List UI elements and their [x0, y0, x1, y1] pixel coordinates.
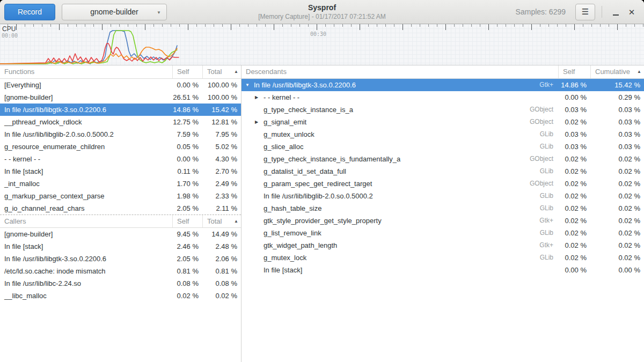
close-icon: ✕ — [628, 8, 635, 16]
function-row[interactable]: g_markup_parse_context_parse 1.98 % 2.33… — [0, 190, 241, 202]
tree-expander-icon[interactable]: ▼ — [245, 79, 254, 91]
descendant-cumulative-percent: 0.03 % — [590, 141, 644, 153]
descendant-name: g_hash_table_size — [264, 202, 321, 215]
descendant-row[interactable]: g_list_remove_link GLib 0.02 % 0.02 % — [241, 227, 644, 239]
cpu-timeline-graph[interactable]: CPU 00:00 00:30 — [0, 24, 644, 65]
descendant-name: In file /usr/lib/libgtk-3.so.0.2200.6 — [254, 79, 356, 91]
descendant-row[interactable]: In file /usr/lib/libglib-2.0.so.0.5000.2… — [241, 190, 644, 202]
library-tag: GLib — [537, 141, 558, 153]
descendant-self-percent: 0.02 % — [558, 190, 590, 202]
descendants-cumulative-column-header[interactable]: Cumulative ▲ — [590, 65, 644, 78]
descendant-cumulative-percent: 0.02 % — [590, 202, 644, 215]
caller-row[interactable]: In file /usr/lib/libc-2.24.so 0.08 % 0.0… — [0, 277, 241, 290]
library-tag: GLib — [537, 165, 558, 178]
library-tag: GLib — [537, 227, 558, 239]
function-row[interactable]: _int_malloc 1.70 % 2.49 % — [0, 178, 241, 190]
descendant-self-percent: 14.86 % — [558, 79, 590, 91]
tree-expander-icon[interactable]: ▶ — [255, 116, 264, 128]
functions-self-column-header[interactable]: Self — [172, 65, 202, 78]
descendants-column-header[interactable]: Descendants — [241, 65, 558, 78]
record-button[interactable]: Record — [4, 4, 55, 20]
library-tag: Gtk+ — [536, 79, 558, 91]
caller-total-percent: 0.08 % — [202, 277, 241, 290]
function-row[interactable]: [gnome-builder] 26.51 % 100.00 % — [0, 91, 241, 104]
function-row[interactable]: In file /usr/lib/libgtk-3.so.0.2200.6 14… — [0, 104, 241, 116]
function-row[interactable]: In file [stack] 0.11 % 2.70 % — [0, 165, 241, 178]
callers-self-column-header[interactable]: Self — [172, 215, 202, 227]
library-tag: GObject — [526, 153, 558, 165]
descendant-cumulative-percent: 0.03 % — [590, 116, 644, 128]
descendant-row[interactable]: g_slice_alloc GLib 0.03 % 0.03 % — [241, 141, 644, 153]
descendant-name: gtk_widget_path_length — [264, 239, 337, 252]
descendant-self-percent: 0.02 % — [558, 153, 590, 165]
function-total-percent: 5.02 % — [202, 141, 241, 153]
function-self-percent: 1.70 % — [172, 178, 202, 190]
descendant-row[interactable]: g_type_check_instance_is_fundamentally_a… — [241, 153, 644, 165]
caller-row[interactable]: In file [stack] 2.46 % 2.48 % — [0, 240, 241, 253]
function-row[interactable]: [Everything] 0.00 % 100.00 % — [0, 79, 241, 91]
menu-button[interactable]: ☰ — [575, 4, 595, 20]
functions-column-header[interactable]: Functions — [0, 65, 172, 78]
functions-table-header: Functions Self Total ▲ — [0, 65, 241, 79]
descendant-row[interactable]: g_mutex_unlock GLib 0.03 % 0.03 % — [241, 128, 644, 141]
samples-count: Samples: 6299 — [516, 8, 566, 16]
caller-row[interactable]: [gnome-builder] 9.45 % 14.49 % — [0, 228, 241, 240]
titlebar-separator — [602, 6, 602, 18]
caller-row[interactable]: /etc/ld.so.cache: inode mismatch 0.81 % … — [0, 265, 241, 277]
descendant-row[interactable]: ▼ In file /usr/lib/libgtk-3.so.0.2200.6 … — [241, 79, 644, 91]
descendant-row[interactable]: ▶ g_signal_emit GObject 0.02 % 0.03 % — [241, 116, 644, 128]
descendant-row[interactable]: gtk_style_provider_get_style_property Gt… — [241, 215, 644, 227]
caller-total-percent: 0.02 % — [202, 290, 241, 302]
descendant-row[interactable]: g_type_check_instance_is_a GObject 0.03 … — [241, 104, 644, 116]
function-row[interactable]: In file /usr/lib/libglib-2.0.so.0.5000.2… — [0, 128, 241, 141]
function-total-percent: 4.30 % — [202, 153, 241, 165]
function-self-percent: 2.05 % — [172, 202, 202, 215]
callers-table-header: Callers Self Total ▲ — [0, 215, 241, 228]
caller-self-percent: 0.08 % — [172, 277, 202, 290]
descendant-row[interactable]: g_hash_table_size GLib 0.02 % 0.02 % — [241, 202, 644, 215]
function-name: _int_malloc — [4, 178, 40, 190]
caller-total-percent: 2.48 % — [202, 240, 241, 253]
chevron-down-icon: ▼ — [157, 10, 161, 15]
callers-total-column-header[interactable]: Total ▲ — [202, 215, 241, 227]
caller-row[interactable]: __libc_malloc 0.02 % 0.02 % — [0, 290, 241, 302]
descendants-self-column-header[interactable]: Self — [558, 65, 590, 78]
descendant-row[interactable]: In file [stack] 0.00 % 0.00 % — [241, 264, 644, 276]
descendant-row[interactable]: ▶ - - kernel - - 0.00 % 0.29 % — [241, 91, 644, 104]
tree-expander-icon[interactable]: ▶ — [255, 91, 264, 104]
descendant-self-percent: 0.00 % — [558, 91, 590, 104]
minimize-button[interactable] — [608, 4, 624, 20]
function-row[interactable]: g_resource_enumerate_children 0.05 % 5.0… — [0, 141, 241, 153]
caller-row[interactable]: In file /usr/lib/libgtk-3.so.0.2200.6 2.… — [0, 253, 241, 265]
function-row[interactable]: g_io_channel_read_chars 2.05 % 2.11 % — [0, 202, 241, 215]
descendant-self-percent: 0.02 % — [558, 165, 590, 178]
caller-name: /etc/ld.so.cache: inode mismatch — [4, 265, 106, 277]
descendant-name: In file /usr/lib/libglib-2.0.so.0.5000.2 — [264, 190, 373, 202]
descendant-cumulative-percent: 0.02 % — [590, 239, 644, 252]
callers-column-header[interactable]: Callers — [0, 215, 172, 227]
descendant-row[interactable]: gtk_widget_path_length Gtk+ 0.02 % 0.02 … — [241, 239, 644, 252]
caller-self-percent: 2.46 % — [172, 240, 202, 253]
function-total-percent: 15.42 % — [202, 104, 241, 116]
timeline-mid-time: 00:30 — [310, 31, 326, 37]
descendant-cumulative-percent: 0.02 % — [590, 153, 644, 165]
descendant-row[interactable]: g_datalist_id_set_data_full GLib 0.02 % … — [241, 165, 644, 178]
descendant-cumulative-percent: 0.03 % — [590, 128, 644, 141]
library-tag: Gtk+ — [536, 239, 558, 252]
caller-total-percent: 14.49 % — [202, 228, 241, 240]
descendant-row[interactable]: g_mutex_lock GLib 0.02 % 0.02 % — [241, 252, 644, 264]
descendant-row[interactable]: g_param_spec_get_redirect_target GObject… — [241, 178, 644, 190]
descendants-table: ▼ In file /usr/lib/libgtk-3.so.0.2200.6 … — [241, 79, 644, 276]
function-self-percent: 0.00 % — [172, 79, 202, 91]
function-name: __pthread_rwlock_rdlock — [4, 116, 82, 128]
descendant-cumulative-percent: 0.03 % — [590, 104, 644, 116]
caller-self-percent: 0.81 % — [172, 265, 202, 277]
functions-total-column-header[interactable]: Total ▲ — [202, 65, 241, 78]
descendant-cumulative-percent: 0.02 % — [590, 190, 644, 202]
function-row[interactable]: __pthread_rwlock_rdlock 12.75 % 12.81 % — [0, 116, 241, 128]
function-row[interactable]: - - kernel - - 0.00 % 4.30 % — [0, 153, 241, 165]
function-total-percent: 2.49 % — [202, 178, 241, 190]
descendant-cumulative-percent: 0.02 % — [590, 215, 644, 227]
close-button[interactable]: ✕ — [624, 4, 640, 20]
process-selector-dropdown[interactable]: gnome-builder ▼ — [62, 4, 167, 20]
